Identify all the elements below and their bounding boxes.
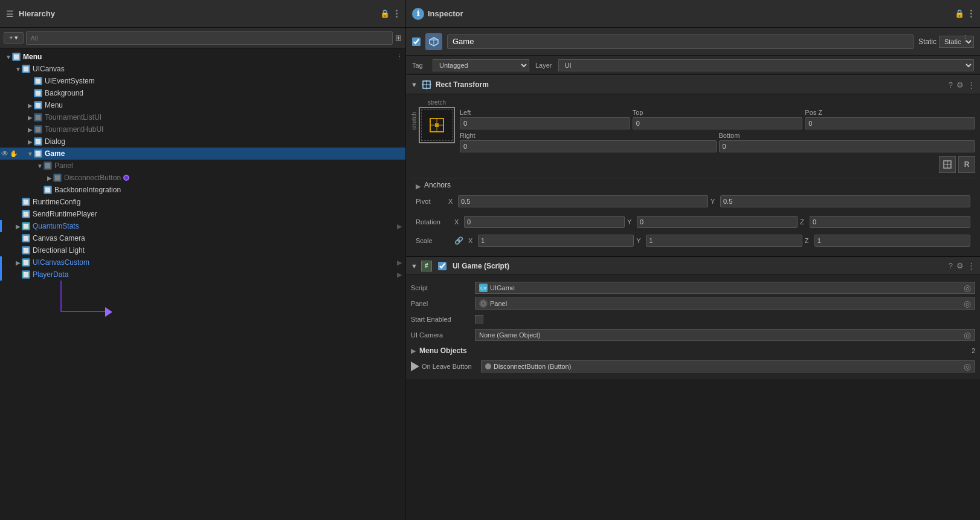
rotation-z-input[interactable]: [810, 216, 970, 228]
lock-icon[interactable]: 🔒: [380, 9, 390, 18]
tree-item-quantumstats[interactable]: ▶ ⬜ QuantumStats ▶: [0, 220, 405, 232]
tree-item-menu-child[interactable]: ▶ ⬜ Menu: [0, 99, 405, 111]
ui-camera-value: None (Game Object) ◎: [475, 329, 975, 341]
cube-icon-panel: ⬜: [44, 161, 52, 170]
bottom-fields: Right Bottom: [460, 132, 975, 152]
more-icon[interactable]: [393, 10, 399, 18]
tree-item-uieventsystem[interactable]: ⬜ UIEventSystem: [0, 75, 405, 87]
menu-objects-count: 2: [972, 347, 975, 354]
panel-select-circle[interactable]: ◎: [964, 299, 971, 308]
script-help-btn[interactable]: ?: [949, 261, 953, 270]
label-runtimeconfig: RuntimeConfig: [33, 198, 80, 206]
tree-item-background[interactable]: ⬜ Background: [0, 87, 405, 99]
top-label: Top: [633, 109, 803, 116]
pivot-y-input[interactable]: [720, 195, 970, 207]
label-uieventsystem: UIEventSystem: [45, 77, 95, 85]
add-button[interactable]: + ▾: [4, 32, 24, 44]
scale-z-input[interactable]: [814, 235, 970, 247]
tree-item-panel[interactable]: ▼ ⬜ Panel: [0, 160, 405, 172]
label-directionallight: Directional Light: [33, 246, 85, 255]
arrow-uicanvas: ▼: [15, 66, 22, 73]
tree-item-tournamenthubui[interactable]: ▶ ⬜ TournamentHubUI: [0, 123, 405, 135]
inspector-more-icon[interactable]: [968, 10, 974, 18]
rect-transform-icon: [421, 79, 432, 90]
rect-help-btn[interactable]: ?: [949, 80, 953, 89]
info-icon: ℹ: [412, 8, 424, 20]
tree-item-playerdata[interactable]: ⬜ PlayerData ▶: [0, 268, 405, 281]
disconnect-dot-icon: [485, 363, 491, 369]
left-field-group: Left: [460, 109, 630, 129]
left-input[interactable]: [460, 117, 630, 129]
bottom-input[interactable]: [719, 140, 976, 152]
arrow-panel: ▼: [36, 163, 44, 169]
on-leave-button-row: On Leave Button DisconnectButton (Button…: [411, 360, 975, 373]
script-select-circle[interactable]: ◎: [964, 283, 971, 293]
layer-dropdown[interactable]: UI: [558, 59, 974, 71]
blueprint-btn[interactable]: [939, 156, 956, 173]
stretch-labels: stretch stretch: [411, 99, 455, 143]
tree-item-uicanvascustom[interactable]: ▶ ⬜ UICanvasCustom ▶: [0, 256, 405, 268]
menu-objects-arrow[interactable]: ▶: [411, 347, 416, 355]
object-enabled-checkbox[interactable]: [412, 37, 421, 46]
arrow-disconnectbutton: ▶: [46, 175, 53, 181]
script-field-value: C# UIGame ◎: [475, 282, 975, 294]
rect-transform-actions: ? ⚙ ⋮: [949, 80, 975, 89]
stretch-box[interactable]: [419, 107, 455, 143]
ui-camera-select-circle[interactable]: ◎: [964, 330, 971, 340]
script-settings-btn[interactable]: ⚙: [956, 261, 964, 270]
maximize-button[interactable]: ⊞: [395, 33, 402, 42]
rotation-x-input[interactable]: [464, 216, 625, 228]
tree-item-tournamentlistui[interactable]: ▶ ⬜ TournamentListUI: [0, 111, 405, 123]
arrow-menu: ▼: [5, 54, 12, 60]
top-input[interactable]: [633, 117, 803, 129]
rect-settings-btn[interactable]: ⚙: [956, 80, 964, 89]
start-enabled-checkbox[interactable]: [475, 315, 483, 323]
tag-dropdown[interactable]: Untagged: [433, 59, 529, 71]
tree-item-sendruntimeplayer[interactable]: ⬜ SendRuntimePlayer: [0, 208, 405, 220]
rect-transform-body: stretch stretch: [406, 94, 980, 256]
on-leave-select-circle[interactable]: ◎: [964, 362, 971, 371]
r-btn[interactable]: R: [958, 156, 975, 173]
hierarchy-content: ▼ ⬜ Menu ⋮ ▼ ⬜ UICanvas ⬜ UIEventSystem …: [0, 48, 405, 520]
ui-camera-label: UI Camera: [411, 331, 471, 339]
arrow-quantumstats: ▶: [15, 223, 22, 230]
script-hash-icon: #: [421, 261, 432, 271]
tree-item-runtimeconfig[interactable]: ⬜ RuntimeConfig: [0, 196, 405, 208]
script-menu-btn[interactable]: ⋮: [967, 261, 975, 270]
tree-item-disconnectbutton[interactable]: ▶ ⬜ DisconnectButton: [0, 172, 405, 184]
posz-input[interactable]: [805, 117, 975, 129]
ui-game-script-arrow[interactable]: ▼: [411, 262, 417, 270]
scale-x-input[interactable]: [478, 235, 634, 247]
dotmenu-hierarchy[interactable]: ⋮: [961, 33, 969, 42]
script-enabled-checkbox[interactable]: [438, 262, 446, 270]
pivot-x-input[interactable]: [458, 195, 708, 207]
tree-item-directionallight[interactable]: ⬜ Directional Light: [0, 244, 405, 256]
eye-icon[interactable]: 👁: [1, 149, 8, 158]
tree-item-backboneintegration[interactable]: ⬜ BackboneIntegration: [0, 184, 405, 196]
tree-item-dialog[interactable]: ▶ ⬜ Dialog: [0, 135, 405, 148]
ui-game-script-header: ▼ # UI Game (Script) ? ⚙ ⋮: [406, 256, 980, 275]
scale-y-input[interactable]: [646, 235, 802, 247]
scale-link-icon[interactable]: 🔗: [454, 236, 463, 245]
label-disconnectbutton: DisconnectButton: [64, 174, 121, 182]
pivot-label: Pivot: [416, 198, 446, 205]
object-name-input[interactable]: [447, 34, 914, 49]
dotmenu-menu[interactable]: ⋮: [396, 53, 403, 61]
tree-item-canvascamera[interactable]: ⬜ Canvas Camera: [0, 232, 405, 244]
rect-menu-btn[interactable]: ⋮: [967, 80, 975, 89]
tree-item-uicanvas[interactable]: ▼ ⬜ UICanvas: [0, 63, 405, 75]
label-menu-child: Menu: [45, 101, 63, 109]
inspector-lock-icon[interactable]: 🔒: [955, 9, 964, 18]
tree-item-game[interactable]: 👁 ✋ ▼ ⬜ Game: [0, 148, 405, 160]
search-input[interactable]: [26, 31, 393, 45]
hierarchy-header: ☰ Hierarchy 🔒: [0, 0, 405, 28]
hand-icon[interactable]: ✋: [10, 150, 18, 158]
rotation-y-input[interactable]: [637, 216, 798, 228]
rect-transform-arrow[interactable]: ▼: [411, 81, 417, 88]
pivot-xy-group: X Y: [448, 195, 970, 207]
anchors-row[interactable]: ▶ Anchors: [416, 181, 970, 192]
right-input[interactable]: [460, 140, 717, 152]
hierarchy-title: Hierarchy: [19, 9, 375, 18]
label-uicanvas: UICanvas: [33, 65, 65, 73]
tree-item-menu[interactable]: ▼ ⬜ Menu ⋮: [0, 51, 405, 63]
